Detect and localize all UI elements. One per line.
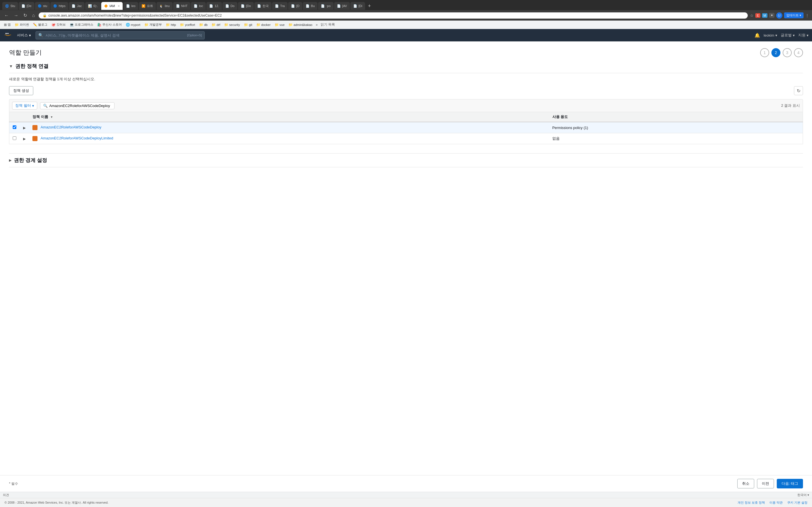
cancel-button[interactable]: 취소 [737,479,754,489]
tab-19[interactable]: 📄 Bu [303,2,317,10]
region-menu-button[interactable]: 글로벌 ▾ [781,33,795,38]
bookmark-docker-icon: 📁 [256,23,260,27]
privacy-link[interactable]: 개인 정보 보호 정책 [738,501,765,505]
tab-12[interactable]: 📄 loc [191,2,206,10]
section1-toggle-icon[interactable]: ▼ [9,64,13,68]
tab-14[interactable]: 📄 Do [222,2,238,10]
extension-button-1[interactable]: E [755,13,760,18]
bookmark-http[interactable]: 📁 http [164,22,177,27]
bookmark-prog[interactable]: 💻 프로그래머스 [68,22,95,27]
tab-4[interactable]: 🔵 https [50,2,68,10]
row1-policy-link[interactable]: AmazonEC2RoleforAWSCodeDeploy [41,125,101,129]
policy-filter-button[interactable]: 정책 필터 ▾ [12,102,37,110]
tab-17[interactable]: 📄 Tra [272,2,288,10]
bookmark-db[interactable]: 📁 db [197,22,209,27]
previous-button[interactable]: 이전 [757,479,774,489]
create-policy-button[interactable]: 정책 생성 [9,86,33,95]
aws-search-input[interactable] [36,31,205,40]
bookmark-blog[interactable]: 📁 파이썬 [13,22,31,27]
tab-7-active[interactable]: 🔶 IAM ✕ [101,2,123,10]
bookmark-apps-label: 앱 [8,22,11,27]
tab-favicon-16: 📄 [257,4,261,8]
copyright-bar: © 2008 - 2021, Amazon Web Services, Inc.… [0,498,812,507]
bookmark-drf[interactable]: 📁 drf [210,22,222,27]
update-button[interactable]: 업데이트 ▾ [784,12,804,18]
new-tab-button[interactable]: + [366,3,373,9]
reload-button[interactable]: ↻ [22,12,29,19]
menu-button[interactable]: ⋮ [805,13,809,18]
aws-logo: aws [3,32,12,39]
bookmark-dev[interactable]: 📁 개발공부 [143,22,163,27]
col-usage-header: 사용 용도 [549,112,803,122]
tab-13[interactable]: 📄 12. [206,2,221,10]
col-policy-header[interactable]: 정책 이름 ▼ [29,112,549,122]
user-menu-button[interactable]: leokim ▾ [763,33,777,38]
tab-10[interactable]: 🐧 linu [156,2,172,10]
bookmark-blo2[interactable]: ✏️ 블로그 [31,22,49,27]
terms-link[interactable]: 이용 약관 [769,501,783,505]
bookmark-myport[interactable]: 🌐 myport [124,22,142,27]
language-selector[interactable]: 한국어 ▾ [797,493,809,497]
bookmark-musi[interactable]: 🛍️ 무신사 스토어 [96,22,123,27]
services-menu-button[interactable]: 서비스 ▾ [17,33,31,38]
row1-expand-button[interactable]: ▶ [23,126,26,130]
row2-checkbox[interactable] [13,136,16,140]
bookmark-yce[interactable]: 📁 yceffort [178,22,197,27]
home-button[interactable]: ⌂ [31,12,36,19]
notification-icon[interactable]: 🔔 [755,33,760,38]
browser-chrome: 🌀 Stu 📄 [De 🔵 stu 🔵 https 📄 Jac 📊 6):. 🔶… [0,0,812,29]
bookmark-star-button[interactable]: ☆ [750,13,754,18]
tab-8[interactable]: 📄 leo [123,2,139,10]
row2-policy-link[interactable]: AmazonEC2RoleforAWSCodeDeployLimited [41,136,113,140]
tab-21[interactable]: 📄 [AV [334,2,350,10]
back-button[interactable]: ← [3,12,10,19]
tab-6[interactable]: 📊 6):. [85,2,101,10]
bookmark-github[interactable]: 🐙 깃허브 [50,22,67,27]
address-bar[interactable]: 🔒 console.aws.amazon.com/iam/home#/roles… [39,12,748,18]
bookmark-blog-icon: 📁 [15,23,19,27]
tab-18[interactable]: 📄 [D [288,2,302,10]
tab-9[interactable]: ▶️ 유튜 [139,2,156,10]
bookmark-admin[interactable]: 📁 admin&kakao [287,22,314,27]
bookmark-git-icon: 📁 [244,23,248,27]
tab-22[interactable]: 📄 [Di [350,2,365,10]
tab-11[interactable]: 📄 NHT [173,2,191,10]
tab-2[interactable]: 📄 [De [18,2,35,10]
bookmark-docker[interactable]: 📁 docker [255,22,272,27]
tab-label-18: [D [296,4,299,8]
tab-1[interactable]: 🌀 Stu [2,2,18,10]
bookmark-vue[interactable]: 📁 vue [273,22,287,27]
policy-search-input[interactable] [49,104,111,108]
user-chevron-icon: ▾ [775,33,777,38]
user-profile-button[interactable]: 산 [776,12,782,18]
tab-3[interactable]: 🔵 stu [35,2,50,10]
forward-button[interactable]: → [12,12,20,19]
bookmark-apps[interactable]: ⊞ 앱 [2,22,12,27]
extension-button-3[interactable]: ✦ [769,13,774,18]
step-4-circle[interactable]: 4 [794,48,803,57]
footer-actions: 취소 이전 다음: 태그 [737,479,803,489]
step-2-circle[interactable]: 2 [771,48,780,57]
tab-close-7[interactable]: ✕ [117,4,120,8]
section2-header[interactable]: ▶ 권한 경계 설정 [9,153,803,167]
support-menu-button[interactable]: 지원 ▾ [798,33,809,38]
tab-20[interactable]: 📄 :po [318,2,333,10]
tab-15[interactable]: 📄 [Do [238,2,254,10]
refresh-button[interactable]: ↻ [794,86,803,95]
row2-usage-cell: 없음 [549,133,803,144]
reading-list-button[interactable]: 읽기 목록 [319,22,336,27]
tab-label-16: 한국 [262,4,269,8]
step-1-circle[interactable]: 1 [760,48,769,57]
row2-expand-button[interactable]: ▶ [23,137,26,141]
step-3-circle[interactable]: 3 [783,48,792,57]
bookmark-git[interactable]: 📁 git [242,22,254,27]
row1-checkbox[interactable] [13,125,16,129]
next-button[interactable]: 다음: 태그 [777,479,803,489]
tab-16[interactable]: 📄 한국 [254,2,271,10]
cookie-link[interactable]: 쿠키 기본 설정 [787,501,808,505]
extension-button-2[interactable]: M [762,13,767,18]
bookmark-security[interactable]: 📁 security [222,22,242,27]
tab-5[interactable]: 📄 Jac [69,2,85,10]
user-name-label: leokim [763,33,774,38]
more-bookmarks-button[interactable]: » [315,22,319,27]
